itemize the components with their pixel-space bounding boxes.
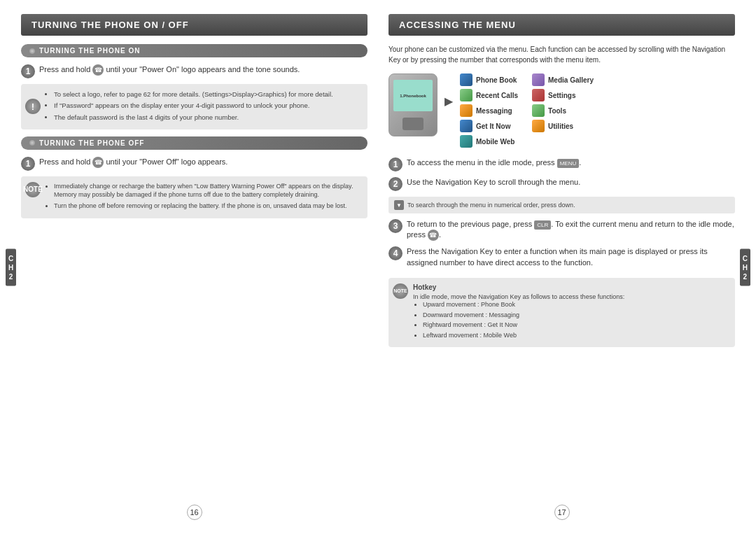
menu-section: 1.Phonebook ▶ Phone Book Recent Calls: [388, 73, 735, 148]
mediagallery-icon: [532, 73, 545, 86]
hotkey-title: Hotkey: [413, 283, 728, 291]
right-panel: ACCESSING THE MENU Your phone can be cus…: [388, 14, 735, 520]
step-right-1-content: To access the menu in the idle mode, pre…: [407, 157, 735, 168]
mobileweb-icon: [460, 135, 472, 148]
phone-key-r3: ☎: [428, 230, 439, 241]
chapter-marker-left: C H 2: [6, 248, 16, 286]
right-main-title: ACCESSING THE MENU: [388, 14, 735, 36]
menu-item-tools: Tools: [532, 104, 594, 117]
page-number-left: 16: [187, 505, 202, 520]
messaging-icon: [460, 104, 472, 117]
warning-item: Immediately change or recharge the batte…: [54, 182, 360, 199]
menu-item-utilities: Utilities: [532, 120, 594, 132]
chapter-label-right: C: [743, 254, 748, 262]
hotkey-icon: NOTE: [393, 283, 408, 299]
step-right-3: 3 To return to the previous page, press …: [388, 219, 735, 241]
menu-arrow: ▶: [444, 94, 453, 108]
step-on-1-content: Press and hold ☎ until your "Power On" l…: [39, 64, 368, 76]
chapter-label-left: C: [8, 254, 13, 262]
phone-key-on: ☎: [92, 64, 104, 76]
step-off-1-text: Press and hold ☎ until your "Power Off" …: [39, 157, 227, 166]
small-note-icon: ▼: [394, 200, 404, 210]
menu-item-mobileweb: Mobile Web: [460, 135, 518, 148]
menu-item-mediagallery: Media Gallery: [532, 73, 594, 86]
step-off-1-content: Press and hold ☎ until your "Power Off" …: [39, 157, 368, 168]
menu-item-recentcalls: Recent Calls: [460, 89, 518, 101]
hotkey-item: Upward movement : Phone Book: [423, 300, 728, 309]
intro-text: Your phone can be customized via the men…: [388, 44, 735, 65]
chapter-marker-right: C H 2: [740, 248, 750, 286]
tools-icon: [532, 104, 545, 117]
phone-key-off: ☎: [92, 157, 104, 168]
menu-item-settings: Settings: [532, 89, 594, 101]
hotkey-item: Leftward movement : Mobile Web: [423, 331, 728, 340]
step-right-2-content: Use the Navigation Key to scroll through…: [407, 177, 735, 188]
menu-item-getitnow: Get It Now: [460, 120, 518, 132]
settings-icon: [532, 89, 545, 101]
chapter-label-right-h: H: [743, 263, 748, 271]
menu-column-right: Media Gallery Settings Tools Utilities: [532, 73, 594, 148]
warning-icon-off: NOTE: [25, 182, 41, 197]
step-circle-2: 1: [21, 157, 35, 171]
menu-column-left: Phone Book Recent Calls Messaging Get It…: [460, 73, 518, 148]
note-icon-on: !: [25, 99, 41, 114]
note-item: The default password is the last 4 digit…: [54, 113, 360, 122]
menu-grid: Phone Book Recent Calls Messaging Get It…: [460, 73, 594, 148]
step-circle-r1: 1: [388, 157, 402, 171]
chapter-number-left: 2: [9, 272, 13, 280]
step-on-1-text: Press and hold ☎ until your "Power On" l…: [39, 65, 300, 73]
hotkey-list: Upward movement : Phone Book Downward mo…: [413, 300, 728, 339]
hotkey-box: NOTE Hotkey In idle mode, move the Navig…: [388, 278, 735, 346]
step-circle-r2: 2: [388, 177, 402, 191]
warning-item: Turn the phone off before removing or re…: [54, 202, 360, 211]
menu-key: MENU: [557, 159, 580, 168]
step-right-1: 1 To access the menu in the idle mode, p…: [388, 157, 735, 171]
warning-box-off: NOTE Immediately change or recharge the …: [21, 176, 368, 218]
step-right-4: 4 Press the Navigation Key to enter a fu…: [388, 246, 735, 268]
hotkey-intro: In idle mode, move the Navigation Key as…: [413, 293, 624, 300]
step-right-2: 2 Use the Navigation Key to scroll throu…: [388, 177, 735, 191]
subsection-phone-on-header: TURNING THE PHONE ON: [21, 44, 368, 57]
phone-screen: 1.Phonebook: [393, 80, 433, 111]
hotkey-item: Downward movement : Messaging: [423, 311, 728, 320]
step-circle-r3: 3: [388, 219, 402, 233]
phone-image: 1.Phonebook: [388, 73, 438, 136]
step-off-1: 1 Press and hold ☎ until your "Power Off…: [21, 157, 368, 171]
small-note: ▼ To search through the menu in numerica…: [388, 197, 735, 213]
menu-item-messaging: Messaging: [460, 104, 518, 117]
step-right-4-content: Press the Navigation Key to enter a func…: [407, 246, 735, 268]
subsection-phone-off-header: TURNING THE PHONE OFF: [21, 136, 368, 150]
left-main-title: TURNING THE PHONE ON / OFF: [21, 14, 368, 36]
chapter-label-left-h: H: [8, 263, 13, 271]
clr-key: CLR: [534, 220, 551, 230]
step-circle-r4: 4: [388, 246, 402, 260]
getitnow-icon: [460, 120, 472, 132]
step-on-1: 1 Press and hold ☎ until your "Power On"…: [21, 64, 368, 78]
note-box-on: ! To select a logo, refer to page 62 for…: [21, 84, 368, 129]
recentcalls-icon: [460, 89, 472, 101]
menu-item-phonebook: Phone Book: [460, 73, 518, 86]
note-item: To select a logo, refer to page 62 for m…: [54, 90, 360, 99]
left-panel: C H 2 TURNING THE PHONE ON / OFF TURNING…: [21, 14, 368, 520]
chapter-number-right: 2: [743, 272, 748, 280]
step-circle-1: 1: [21, 64, 35, 78]
warning-list-off: Immediately change or recharge the batte…: [46, 182, 360, 211]
phonebook-icon: [460, 73, 472, 86]
page-number-right: 17: [554, 505, 570, 520]
utilities-icon: [532, 120, 545, 132]
note-list-on: To select a logo, refer to page 62 for m…: [46, 90, 360, 122]
hotkey-item: Rightward movement : Get It Now: [423, 321, 728, 330]
step-right-3-content: To return to the previous page, press CL…: [407, 219, 735, 241]
note-item: If "Password" appears on the display ent…: [54, 101, 360, 110]
